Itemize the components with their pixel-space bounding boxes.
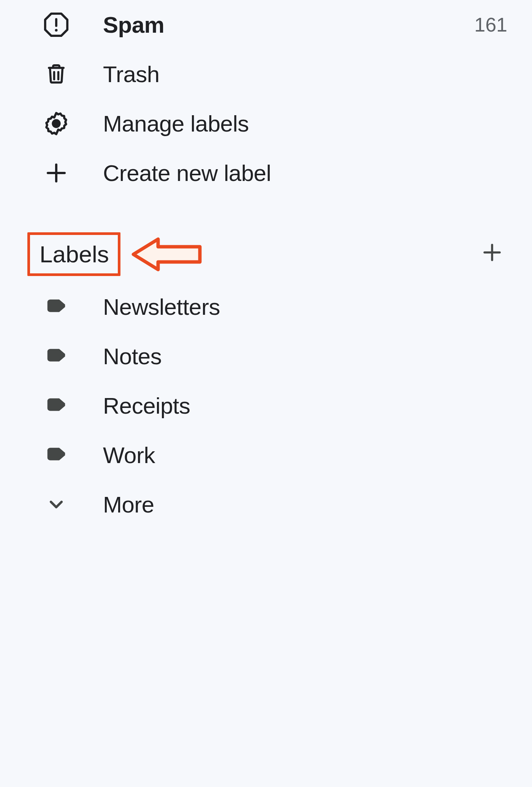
sidebar-item-count: 161 (474, 13, 507, 36)
sidebar-item-label: Spam (103, 12, 164, 38)
label-tag-icon (42, 441, 71, 470)
add-label-button[interactable] (481, 241, 507, 268)
sidebar-item-label: Manage labels (103, 111, 249, 137)
chevron-down-icon (42, 490, 71, 519)
label-item-receipts[interactable]: Receipts (8, 381, 524, 430)
labels-more-button[interactable]: More (8, 480, 524, 529)
label-item-notes[interactable]: Notes (8, 332, 524, 381)
sidebar-item-trash[interactable]: Trash (8, 49, 524, 99)
labels-section-header: Labels (8, 234, 524, 274)
label-item-text: Newsletters (103, 294, 220, 320)
sidebar: Spam 161 Trash Manage labels (0, 0, 532, 529)
sidebar-item-spam[interactable]: Spam 161 (8, 0, 524, 49)
label-tag-icon (42, 391, 71, 420)
labels-section-title: Labels (30, 234, 118, 274)
label-item-newsletters[interactable]: Newsletters (8, 282, 524, 332)
svg-point-5 (53, 120, 60, 127)
svg-marker-8 (133, 239, 200, 270)
svg-point-2 (55, 29, 58, 32)
label-tag-icon (42, 292, 71, 321)
sidebar-item-manage-labels[interactable]: Manage labels (8, 99, 524, 148)
labels-more-text: More (103, 492, 154, 518)
label-item-text: Work (103, 442, 155, 468)
label-item-work[interactable]: Work (8, 430, 524, 480)
sidebar-item-label: Trash (103, 61, 160, 87)
sidebar-item-label: Create new label (103, 160, 271, 186)
label-tag-icon (42, 342, 71, 371)
sidebar-item-create-label[interactable]: Create new label (8, 148, 524, 198)
label-item-text: Receipts (103, 393, 190, 419)
spam-icon (42, 10, 71, 39)
trash-icon (42, 60, 71, 89)
annotation-arrow-icon (130, 235, 206, 273)
label-item-text: Notes (103, 343, 162, 370)
plus-icon (42, 159, 71, 187)
gear-icon (42, 109, 71, 138)
